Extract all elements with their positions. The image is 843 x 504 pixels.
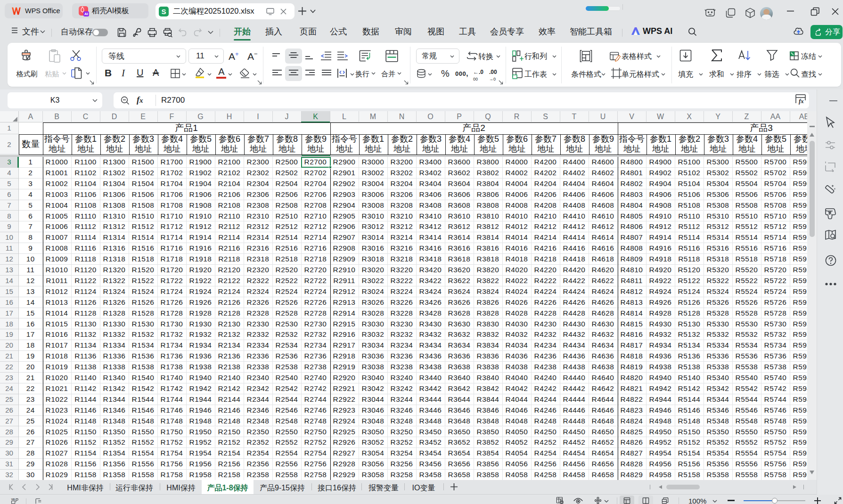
svg-text:VB: VB (11, 498, 15, 501)
svg-text:fx: fx (799, 98, 804, 105)
